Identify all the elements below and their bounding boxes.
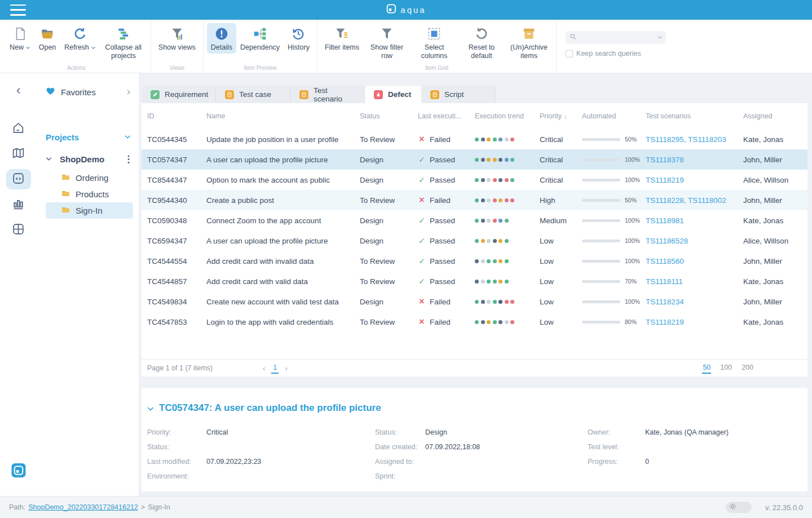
details-button[interactable]: Details bbox=[207, 23, 236, 54]
chevron-down-icon[interactable] bbox=[147, 406, 154, 411]
column-header-last-executi[interactable]: Last executi... bbox=[418, 112, 475, 120]
table-row[interactable]: TC4544554Add credit card with invalid da… bbox=[142, 251, 807, 271]
select-columns-button[interactable]: Select columns bbox=[411, 23, 458, 62]
trend-dot bbox=[481, 158, 485, 162]
refresh-button[interactable]: Refresh bbox=[60, 23, 100, 54]
collapse-sidebar-button[interactable] bbox=[14, 86, 24, 96]
column-header-status[interactable]: Status bbox=[360, 112, 418, 120]
nav-reports[interactable] bbox=[6, 194, 31, 215]
test-scenario-link[interactable]: TS1118111 bbox=[646, 277, 683, 286]
reset-to-default-button[interactable]: Reset to default bbox=[458, 23, 505, 62]
history-button[interactable]: History bbox=[284, 23, 314, 54]
next-page-button[interactable]: › bbox=[285, 364, 287, 373]
show-filter-row-icon bbox=[379, 26, 394, 42]
table-row[interactable]: TC8544347Option to mark the account as p… bbox=[142, 170, 807, 190]
cell-priority: Critical bbox=[540, 135, 582, 144]
test-scenario-link[interactable]: TS1118560 bbox=[646, 257, 684, 265]
column-header-execution-trend[interactable]: Execution trend bbox=[475, 112, 540, 120]
table-row[interactable]: TC4544857Add credit card with valid data… bbox=[142, 271, 807, 291]
detail-field-label: Status: bbox=[375, 427, 425, 437]
page-size-50[interactable]: 50 bbox=[702, 362, 711, 374]
chevron-down-icon[interactable] bbox=[657, 36, 663, 39]
tab-defect[interactable]: Defect bbox=[365, 86, 421, 103]
nav-items[interactable] bbox=[6, 169, 31, 189]
toolbar-button-label: Select columns bbox=[414, 43, 454, 60]
table-row[interactable]: TC0590348Connect Zoom to the app account… bbox=[142, 210, 807, 231]
trend-dot bbox=[481, 259, 485, 263]
tab-requirement[interactable]: Requirement bbox=[142, 86, 216, 103]
app-window: aqua NewOpenRefreshCollapse all projects… bbox=[0, 0, 812, 518]
trend-dot bbox=[505, 138, 509, 141]
column-header-automated[interactable]: Automated bbox=[582, 112, 646, 120]
test-scenario-link[interactable]: TS1118219 bbox=[646, 318, 684, 326]
column-header-id[interactable]: ID bbox=[147, 112, 206, 120]
show-views-button[interactable]: Show views bbox=[155, 23, 200, 54]
test-scenario-link[interactable]: TS1118981 bbox=[646, 216, 684, 225]
new-button[interactable]: New bbox=[6, 23, 34, 54]
trend-dot bbox=[505, 219, 509, 223]
nav-dashboard[interactable] bbox=[6, 220, 31, 240]
test-scenario-link[interactable]: TS11186528 bbox=[646, 237, 688, 245]
tree-folder-products[interactable]: Products bbox=[46, 186, 133, 202]
nav-home[interactable] bbox=[6, 118, 31, 139]
tab-test-case[interactable]: Test case bbox=[216, 86, 290, 103]
test-scenario-link[interactable]: TS1118219 bbox=[646, 176, 684, 184]
detail-field-value: Design bbox=[425, 427, 447, 437]
table-row[interactable]: TC0574347A user can upload the profile p… bbox=[142, 149, 807, 170]
path-current: Sign-In bbox=[148, 503, 170, 511]
prev-page-button[interactable]: ‹ bbox=[263, 364, 265, 373]
tree-folder-ordering[interactable]: Ordering bbox=[46, 170, 133, 186]
kebab-menu-icon[interactable] bbox=[127, 155, 130, 163]
table-row[interactable]: TC4549834Create new account with valid t… bbox=[142, 291, 807, 312]
test-scenario-link[interactable]: TS1118228, TS1118002 bbox=[646, 196, 726, 205]
un-archive-items-button[interactable]: (Un)Archive items bbox=[505, 23, 553, 62]
tree-folder-sign-in[interactable]: Sign-In bbox=[46, 202, 133, 219]
test-scenario-link[interactable]: TS1118378 bbox=[646, 156, 684, 164]
test-scenario-link[interactable]: TS1118234 bbox=[646, 298, 684, 306]
toolbar-group-actions: NewOpenRefreshCollapse all projectsActio… bbox=[0, 20, 151, 73]
search-input[interactable] bbox=[580, 33, 655, 42]
projects-section-header[interactable]: Projects bbox=[46, 130, 134, 144]
table-row[interactable]: TC9544340Create a public postTo Review×F… bbox=[142, 190, 807, 210]
tab-script[interactable]: Script bbox=[421, 86, 496, 103]
collapse-all-projects-button[interactable]: Collapse all projects bbox=[100, 23, 147, 62]
tab-test-scenario[interactable]: Test scenario bbox=[290, 86, 365, 103]
test-scenario-link[interactable]: TS1118295, TS1118203 bbox=[646, 135, 726, 144]
chevron-down-icon[interactable] bbox=[46, 157, 52, 161]
cell-id: TC0544345 bbox=[147, 135, 206, 144]
menu-icon[interactable] bbox=[10, 5, 26, 16]
open-button[interactable]: Open bbox=[34, 23, 60, 54]
current-page-button[interactable]: 1 bbox=[271, 362, 279, 374]
column-header-name[interactable]: Name bbox=[206, 112, 360, 120]
chevron-down-icon[interactable] bbox=[125, 135, 131, 139]
search-box[interactable] bbox=[566, 31, 666, 44]
project-node-shopdemo[interactable]: ShopDemo bbox=[46, 152, 134, 166]
cell-name: Add credit card with invalid data bbox=[206, 257, 360, 265]
cell-name: Create new account with valid test data bbox=[206, 298, 360, 306]
cell-id: TC4544554 bbox=[147, 257, 206, 265]
keep-search-checkbox[interactable] bbox=[566, 50, 573, 57]
page-size-100[interactable]: 100 bbox=[720, 362, 732, 374]
nav-map[interactable] bbox=[6, 144, 31, 164]
path-project-link[interactable]: ShopDemo_202203301728416212 bbox=[28, 503, 138, 511]
chevron-right-icon[interactable] bbox=[126, 89, 131, 95]
favorites-section[interactable]: Favorites bbox=[46, 85, 134, 99]
column-header-assigned[interactable]: Assigned bbox=[743, 112, 807, 120]
trend-dot bbox=[481, 320, 485, 324]
page-size-200[interactable]: 200 bbox=[741, 362, 754, 374]
cell-assigned: Kate, Jonas bbox=[743, 277, 807, 286]
filter-items-button[interactable]: Filter items bbox=[321, 23, 363, 54]
dependency-button[interactable]: Dependency bbox=[236, 23, 284, 54]
settings-toggle[interactable] bbox=[726, 502, 752, 513]
table-row[interactable]: TC6594347A user can upload the profile p… bbox=[142, 231, 807, 251]
detail-title-row[interactable]: TC0574347: A user can upload the profile… bbox=[147, 402, 802, 414]
cell-execution-trend bbox=[475, 320, 540, 324]
table-row[interactable]: TC0544345Update the job position in a us… bbox=[142, 129, 807, 149]
column-header-priority[interactable]: Priority↓ bbox=[540, 112, 582, 120]
show-filter-row-button[interactable]: Show filter row bbox=[363, 23, 411, 62]
trend-dot bbox=[505, 158, 509, 162]
trend-dot bbox=[481, 178, 485, 182]
table-row[interactable]: TC4547853Login to the app with valid cre… bbox=[142, 312, 807, 332]
cell-last-execution: ×Failed bbox=[418, 195, 475, 205]
column-header-test-scenarios[interactable]: Test scenarios bbox=[646, 112, 743, 120]
